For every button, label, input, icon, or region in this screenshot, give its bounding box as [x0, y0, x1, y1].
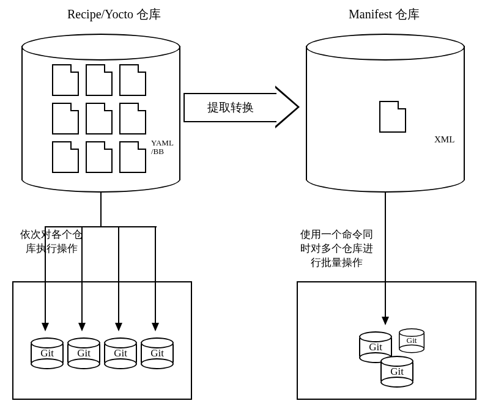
git-repo-icon: Git [104, 337, 135, 369]
git-repo-icon: Git [67, 337, 98, 369]
file-icon [119, 64, 146, 96]
transform-arrow: 提取转换 [183, 86, 300, 128]
right-git-box: Git Git Git [297, 281, 476, 400]
manifest-repo-cylinder: XML [306, 34, 465, 193]
left-title: Recipe/Yocto 仓库 [67, 6, 161, 23]
file-icon [86, 64, 113, 96]
left-operation-text: 依次对各个仓库执行操作 [18, 228, 84, 256]
git-repo-icon: Git [399, 328, 423, 353]
left-git-box: Git Git Git Git [12, 281, 192, 400]
right-title: Manifest 仓库 [349, 6, 420, 23]
left-format-label: YAML/BB [151, 139, 174, 157]
file-icon [119, 141, 146, 173]
right-operation-text: 使用一个命令同时对多个仓库进行批量操作 [297, 228, 376, 270]
file-grid [52, 64, 147, 175]
recipe-repo-cylinder: YAML/BB [21, 34, 180, 193]
file-icon [379, 101, 406, 133]
file-icon [119, 103, 146, 134]
file-icon [52, 64, 79, 96]
connector-line [45, 226, 157, 227]
file-icon [86, 141, 113, 173]
arrow-label: 提取转换 [183, 93, 276, 122]
git-repo-icon: Git [31, 337, 61, 369]
git-repo-icon: Git [380, 356, 411, 388]
file-icon [52, 141, 79, 173]
connector-line [385, 193, 386, 226]
git-repo-icon: Git [141, 337, 171, 369]
connector-line [100, 193, 102, 226]
right-format-label: XML [434, 134, 454, 145]
file-icon [86, 103, 113, 134]
file-icon [52, 103, 79, 134]
